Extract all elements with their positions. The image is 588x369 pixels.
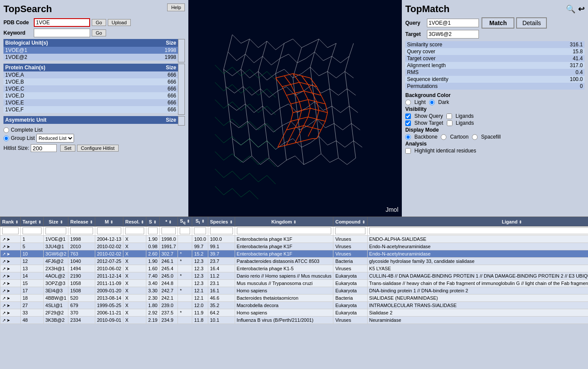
resol-filter[interactable] <box>125 227 144 234</box>
table-row[interactable]: ↗ ➤ 173EI4@315082009-01-20X3.30242.7*12.… <box>0 287 588 295</box>
search-icon[interactable]: 🔍 <box>566 4 575 14</box>
set-button[interactable]: Set <box>60 145 75 152</box>
chain-row[interactable]: 1VOE,C <box>3 85 136 92</box>
upload-button[interactable]: Upload <box>108 19 131 26</box>
compound-filter[interactable] <box>335 227 365 234</box>
st-filter[interactable] <box>194 227 206 234</box>
arrow-icon[interactable]: ➤ <box>6 296 10 301</box>
st-header[interactable]: St ⇕ <box>192 217 208 227</box>
arrow-icon[interactable]: ➤ <box>6 303 10 308</box>
release-header[interactable]: Release ⇕ <box>68 217 95 227</box>
resol-header[interactable]: Resol. ⇕ <box>123 217 146 227</box>
external-link-icon[interactable]: ↗ <box>2 303 6 308</box>
kingdom-header[interactable]: Kingdom ⇕ <box>235 217 333 227</box>
star-filter[interactable] <box>162 227 176 234</box>
target-filter[interactable] <box>23 227 42 234</box>
query-input[interactable] <box>427 19 479 27</box>
chain-row[interactable]: 1VOE,A <box>3 71 136 78</box>
arrow-icon[interactable]: ➤ <box>6 259 10 264</box>
bio-units-scrollbar[interactable] <box>178 39 185 62</box>
external-link-icon[interactable]: ↗ <box>2 244 6 249</box>
table-row[interactable]: ↗ ➤ 124FJ6@210402012-07-25X1.90246.1*12.… <box>0 258 588 265</box>
species-filter[interactable] <box>210 227 233 234</box>
hitlist-size-input[interactable] <box>31 144 57 152</box>
protein-chains-scrollbar[interactable] <box>178 64 185 115</box>
spacefill-radio[interactable] <box>472 134 478 140</box>
bio-unit-row[interactable]: 1VOE@2 <box>3 54 135 61</box>
arrow-icon[interactable]: ➤ <box>6 237 10 242</box>
arrow-icon[interactable]: ➤ <box>6 281 10 286</box>
chain-row[interactable]: 1VOE,D <box>3 92 136 99</box>
group-list-radio[interactable] <box>3 136 9 141</box>
pdb-go-button[interactable]: Go <box>92 19 106 26</box>
table-row[interactable]: ↗ ➤ 332F29@23702006-11-21X2.92237.5*11.9… <box>0 309 588 317</box>
external-link-icon[interactable]: ↗ <box>2 259 6 264</box>
show-target-checkbox[interactable] <box>405 120 411 126</box>
size-filter[interactable] <box>45 227 66 234</box>
light-radio[interactable] <box>405 100 411 105</box>
target-header[interactable]: Target ⇕ <box>20 217 43 227</box>
details-button[interactable]: Details <box>516 17 547 29</box>
target-ligands-checkbox[interactable] <box>447 120 452 126</box>
table-row[interactable]: ↗ ➤ 153OPZ@310582011-11-09X3.40244.812.3… <box>0 280 588 287</box>
table-row[interactable]: ↗ ➤ 53JU4@120102010-02-02X0.981991.799.7… <box>0 243 588 250</box>
complete-list-radio[interactable] <box>3 127 9 133</box>
m-filter[interactable] <box>97 227 121 234</box>
kingdom-filter[interactable] <box>237 227 332 234</box>
keyword-go-button[interactable]: Go <box>92 29 106 36</box>
arrow-icon[interactable]: ➤ <box>6 288 10 293</box>
external-link-icon[interactable]: ↗ <box>2 281 6 286</box>
arrow-icon[interactable]: ➤ <box>6 318 10 323</box>
keyword-input[interactable] <box>34 29 90 37</box>
chain-row[interactable]: 1VOE,F <box>3 106 136 113</box>
external-link-icon[interactable]: ↗ <box>2 237 6 242</box>
highlight-checkbox[interactable] <box>405 148 411 154</box>
pdb-code-input[interactable] <box>34 18 90 27</box>
query-ligands-checkbox[interactable] <box>446 113 452 119</box>
table-row[interactable]: ↗ ➤ 11VOE@119982004-12-13X1.901998.0100.… <box>0 236 588 243</box>
s-filter[interactable] <box>148 227 157 234</box>
species-header[interactable]: Species ⇕ <box>208 217 235 227</box>
s-header[interactable]: S ⇕ <box>146 217 159 227</box>
sq-filter[interactable] <box>180 227 190 234</box>
arrow-icon[interactable]: ➤ <box>6 266 10 271</box>
configure-hitlist-button[interactable]: Configure Hitlist <box>77 145 119 152</box>
external-link-icon[interactable]: ↗ <box>2 318 6 323</box>
show-query-checkbox[interactable] <box>405 113 411 119</box>
table-row[interactable]: ↗ ➤ 274SLI@16791999-05-25X1.80239.012.03… <box>0 302 588 309</box>
bio-unit-row[interactable]: 1VOE@1 <box>3 47 135 54</box>
help-button[interactable]: Help <box>167 3 185 11</box>
history-icon[interactable]: ↩ <box>578 4 585 14</box>
external-link-icon[interactable]: ↗ <box>2 288 6 293</box>
external-link-icon[interactable]: ↗ <box>2 252 6 256</box>
external-link-icon[interactable]: ↗ <box>2 296 6 301</box>
table-row[interactable]: ↗ ➤ 184BBW@15202013-08-14X2.30242.112.14… <box>0 295 588 302</box>
star-header[interactable]: * ⇕ <box>159 217 178 227</box>
rank-header[interactable]: Rank ⇕ <box>0 217 21 227</box>
chain-row[interactable]: 1VOE,E <box>3 99 136 106</box>
rank-filter[interactable] <box>2 227 19 234</box>
arrow-icon[interactable]: ➤ <box>6 311 10 315</box>
ligand-header[interactable]: Ligand ⇕ <box>367 217 588 227</box>
compound-header[interactable]: Compound ⇕ <box>333 217 367 227</box>
match-button[interactable]: Match <box>481 17 514 29</box>
table-row[interactable]: ↗ ➤ 132X3H@114942010-06-02X1.60245.412.3… <box>0 265 588 272</box>
arrow-icon[interactable]: ➤ <box>6 252 10 256</box>
release-filter[interactable] <box>70 227 93 234</box>
dark-radio[interactable] <box>429 100 435 105</box>
ligand-filter[interactable] <box>369 227 588 234</box>
chain-row[interactable]: 1VOE,B <box>3 78 136 85</box>
asym-unit-scrollbar[interactable] <box>178 116 185 126</box>
target-input[interactable] <box>427 30 479 39</box>
external-link-icon[interactable]: ↗ <box>2 274 6 278</box>
cartoon-radio[interactable] <box>441 134 446 140</box>
table-row[interactable]: ↗ ➤ 144AOL@221902011-12-14X7.40245.0*12.… <box>0 272 588 280</box>
backbone-radio[interactable] <box>405 134 411 140</box>
external-link-icon[interactable]: ↗ <box>2 311 6 315</box>
external-link-icon[interactable]: ↗ <box>2 266 6 271</box>
size-header[interactable]: Size ⇕ <box>43 217 68 227</box>
table-row[interactable]: ↗ ➤ 483K3B@223342010-09-01X2.19234.911.8… <box>0 317 588 324</box>
m-header[interactable]: M ⇕ <box>95 217 123 227</box>
arrow-icon[interactable]: ➤ <box>6 244 10 249</box>
arrow-icon[interactable]: ➤ <box>6 274 10 278</box>
